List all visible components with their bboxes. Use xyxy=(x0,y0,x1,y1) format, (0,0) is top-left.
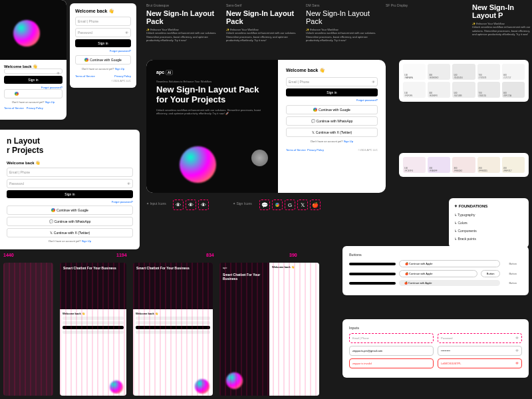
eye-icon: 👁 xyxy=(515,336,519,340)
color-swatch: 900#0F172A xyxy=(502,82,525,98)
color-swatches-neutral: 100#FAFAFA300#EDEDED500#D4D4D4700#737373… xyxy=(399,60,529,102)
frame-834: Smart Chatbot For Your Business Welcome … xyxy=(133,263,213,396)
signin-button[interactable]: Sign in xyxy=(75,39,131,47)
breakpoint-1440: 1440 xyxy=(3,253,14,257)
email-input[interactable]: Email | Phone xyxy=(7,168,133,177)
icons-label: ✦ Input Icons xyxy=(146,201,166,205)
password-input[interactable]: 👁 xyxy=(4,68,63,74)
color-swatch: 100#FCE7F3 xyxy=(403,157,426,173)
password-input[interactable]: Password👁 xyxy=(7,179,133,188)
button-primary[interactable] xyxy=(349,263,396,265)
input-icons: 👁 👁 👁 xyxy=(173,200,209,210)
apple-button[interactable]: 🍎 Continue with Apple xyxy=(399,260,500,267)
foundations-item[interactable]: ↳ Components xyxy=(454,227,523,235)
color-swatch: 300#FEE2E2 xyxy=(452,157,475,173)
google-button[interactable]: Continue with Google xyxy=(75,55,131,65)
x-icon: 𝕏 xyxy=(297,200,308,210)
welcome-heading: Welcome back 👋 xyxy=(4,64,63,68)
twitter-button[interactable]: 𝕏Continue with X (Twitter) xyxy=(286,128,378,137)
main-signin-card: apc AI Seamless Solutions to Enhance You… xyxy=(146,60,386,193)
partial-signin-card: Welcome back 👋 👁 Sign in Forgot password… xyxy=(0,0,66,120)
color-swatch: 900#171717 xyxy=(502,64,525,80)
google-button[interactable]: Continue with Google xyxy=(286,105,378,114)
icons-label: ✦ Sign Icons xyxy=(233,201,252,205)
eye-icon: 👁 xyxy=(186,200,196,210)
type-specimen-sf-full: New Sign-In Layout P ✨ Enhance Your Work… xyxy=(472,3,532,36)
sign-icons: 💬 G 𝕏 🍎 xyxy=(259,200,321,210)
logo: apc AI xyxy=(156,70,268,74)
type-specimen-sf: SF Pro Display xyxy=(386,3,459,9)
signin-card-mobile: Welcome back 👋 Email | Phone Password👁 S… xyxy=(70,3,136,88)
inputs-panel: Inputs Email | Phone Password👁 zeppur.ts… xyxy=(342,319,529,378)
color-swatch: 200#FFEDD5 xyxy=(477,157,500,173)
password-input[interactable]: Password👁 xyxy=(75,28,131,37)
color-swatch: 100#FAFAFA xyxy=(403,64,426,80)
frame-1440 xyxy=(3,263,53,396)
color-swatch: 500#D4D4D4 xyxy=(452,64,475,80)
eye-icon: 👁 xyxy=(198,200,209,210)
google-button[interactable]: Continue with Google xyxy=(7,205,133,215)
frame-1194: iPad Pro 11" - Portrait Smart Chatbot Fo… xyxy=(60,263,126,396)
whatsapp-button[interactable]: 💬Continue with WhatsApp xyxy=(7,217,133,226)
type-specimen-brut: Brut Grotesque New Sign-In Layout Pack ✨… xyxy=(146,3,219,42)
hero-headline: New Sign-In Layout Pack for Your Project… xyxy=(156,85,268,105)
google-icon-mono: G xyxy=(285,200,295,210)
password-input-empty[interactable]: Password👁 xyxy=(438,333,522,343)
breakpoint-834: 834 xyxy=(206,253,214,257)
whatsapp-icon: 💬 xyxy=(259,200,270,210)
color-swatch: 300#EDEDED xyxy=(428,64,450,80)
foundations-item[interactable]: ↳ Colors xyxy=(454,219,523,227)
twitter-button[interactable]: 𝕏Continue with X (Twitter) xyxy=(7,228,133,237)
frame-390: Mobile apcSmart Chatbot For Your Busines… xyxy=(219,263,319,396)
color-swatch: 700#737373 xyxy=(477,64,500,80)
foundations-item[interactable]: ↳ Brack points xyxy=(454,235,523,243)
signin-button[interactable]: Sign in xyxy=(286,88,378,96)
email-input-empty[interactable]: Email | Phone xyxy=(349,333,434,343)
password-input-error[interactable]: Ld6KCWJU6TPL👁 xyxy=(438,358,522,368)
email-input-error[interactable]: zeppur is invalid xyxy=(349,358,434,368)
forgot-link[interactable]: Forgot password? xyxy=(286,98,378,102)
foundations-item[interactable]: ↳ Typography xyxy=(454,211,523,219)
color-swatch: 700#334155 xyxy=(477,82,500,98)
type-specimen-dm: DM Sans New Sign-In Layout Pack ✨ Enhanc… xyxy=(306,3,379,42)
left-partial-card: n Layout r Projects Welcome back 👋 Email… xyxy=(0,130,140,249)
eye-off-icon: 👁 xyxy=(173,200,184,210)
type-specimen-sans: Sans-Serif New Sign-In Layout Pack ✨ Enh… xyxy=(226,3,299,42)
email-input[interactable]: Email | Phone xyxy=(75,17,131,26)
signin-button[interactable]: Sign in xyxy=(7,190,133,198)
whatsapp-button[interactable]: 💬Continue with WhatsApp xyxy=(286,116,378,126)
welcome-heading: Welcome back 👋 xyxy=(286,68,378,73)
color-swatch: 200#F3E8FF xyxy=(428,157,450,173)
welcome-heading: Welcome back 👋 xyxy=(75,9,131,14)
color-swatch: 200#FEF3C7 xyxy=(502,157,525,173)
color-swatch: 100#F1F5F9 xyxy=(403,82,426,98)
color-swatch: 500#64748B xyxy=(452,82,475,98)
eye-icon: 👁 xyxy=(515,348,519,352)
email-input-filled[interactable]: zeppur.ts.pm@gmail.com xyxy=(349,346,434,356)
buttons-panel: Buttons 🍎 Continue with Apple Button 🍎 C… xyxy=(342,246,529,295)
email-input[interactable]: Email | Phone👁 xyxy=(286,77,378,86)
forgot-link[interactable]: Forgot password? xyxy=(75,49,131,53)
google-icon xyxy=(272,200,283,210)
breakpoint-390: 390 xyxy=(289,253,297,257)
google-button[interactable]: Continue with Google xyxy=(4,89,63,98)
eye-icon: 👁 xyxy=(515,361,519,365)
signup-link[interactable]: Sign Up xyxy=(45,100,55,104)
breakpoint-1194: 1194 xyxy=(116,253,127,257)
apple-icon: 🍎 xyxy=(310,200,321,210)
password-input-filled[interactable]: ••••••••••👁 xyxy=(438,346,522,356)
signin-button[interactable]: Sign in xyxy=(4,76,63,84)
color-swatch: 300#E2E8F0 xyxy=(428,82,450,98)
foundations-card: ✦ FOUNDATIONS ↳ Typography ↳ Colors ↳ Co… xyxy=(449,198,529,248)
color-swatches-accent: 100#FCE7F3200#F3E8FF300#FEE2E2200#FFEDD5… xyxy=(399,153,529,177)
